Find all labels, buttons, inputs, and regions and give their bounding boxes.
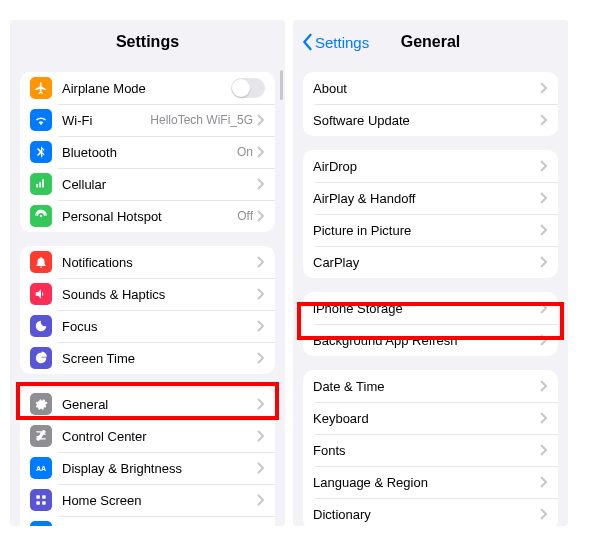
svg-rect-1 [36,495,40,499]
row-control-center[interactable]: Control Center [20,420,275,452]
row-label: Cellular [62,177,257,192]
row-fonts[interactable]: Fonts [303,434,558,466]
row-language[interactable]: Language & Region [303,466,558,498]
locale-group: Date & Time Keyboard Fonts Language & Re… [303,370,558,526]
control-center-icon [30,425,52,447]
row-label: Keyboard [313,411,540,426]
svg-text:AA: AA [36,465,46,472]
row-about[interactable]: About [303,72,558,104]
row-value: Off [237,209,253,223]
svg-rect-2 [42,495,46,499]
chevron-right-icon [257,430,265,442]
chevron-right-icon [257,146,265,158]
row-label: Control Center [62,429,257,444]
chevron-right-icon [540,160,548,172]
chevron-right-icon [257,398,265,410]
row-sounds[interactable]: Sounds & Haptics [20,278,275,310]
chevron-right-icon [540,412,548,424]
row-label: Fonts [313,443,540,458]
row-label: Language & Region [313,475,540,490]
header: Settings [10,20,285,64]
bluetooth-icon [30,141,52,163]
row-wifi[interactable]: Wi-Fi HelloTech WiFi_5G [20,104,275,136]
row-airplay[interactable]: AirPlay & Handoff [303,182,558,214]
gear-icon [30,393,52,415]
airplane-icon [30,77,52,99]
row-general[interactable]: General [20,388,275,420]
chevron-right-icon [540,380,548,392]
back-button[interactable]: Settings [301,33,369,51]
row-accessibility[interactable]: Accessibility [20,516,275,526]
system-group: General Control Center AA Display & Brig… [20,388,275,526]
row-label: AirPlay & Handoff [313,191,540,206]
notifications-group: Notifications Sounds & Haptics Focus Scr… [20,246,275,374]
chevron-right-icon [257,178,265,190]
about-group: About Software Update [303,72,558,136]
chevron-right-icon [540,256,548,268]
chevron-right-icon [257,114,265,126]
display-icon: AA [30,457,52,479]
page-title: Settings [116,33,179,51]
chevron-right-icon [540,476,548,488]
chevron-right-icon [540,192,548,204]
chevron-right-icon [257,256,265,268]
row-label: Accessibility [62,525,257,527]
chevron-right-icon [540,82,548,94]
focus-icon [30,315,52,337]
row-hotspot[interactable]: Personal Hotspot Off [20,200,275,232]
row-value: HelloTech WiFi_5G [150,113,253,127]
row-carplay[interactable]: CarPlay [303,246,558,278]
settings-screen: Settings Airplane Mode Wi-Fi HelloTech W… [10,20,285,526]
row-label: Wi-Fi [62,113,150,128]
row-label: Focus [62,319,257,334]
row-datetime[interactable]: Date & Time [303,370,558,402]
general-screen: Settings General About Software Update A… [293,20,568,526]
airplane-toggle[interactable] [231,78,265,98]
row-label: Notifications [62,255,257,270]
row-airplane[interactable]: Airplane Mode [20,72,275,104]
accessibility-icon [30,521,52,526]
row-cellular[interactable]: Cellular [20,168,275,200]
row-focus[interactable]: Focus [20,310,275,342]
row-screentime[interactable]: Screen Time [20,342,275,374]
row-label: Bluetooth [62,145,237,160]
row-label: Screen Time [62,351,257,366]
chevron-right-icon [540,224,548,236]
header: Settings General [293,20,568,64]
cellular-icon [30,173,52,195]
row-refresh[interactable]: Background App Refresh [303,324,558,356]
row-storage[interactable]: iPhone Storage [303,292,558,324]
row-bluetooth[interactable]: Bluetooth On [20,136,275,168]
chevron-right-icon [257,352,265,364]
airdrop-group: AirDrop AirPlay & Handoff Picture in Pic… [303,150,558,278]
chevron-right-icon [257,210,265,222]
row-home[interactable]: Home Screen [20,484,275,516]
row-software[interactable]: Software Update [303,104,558,136]
row-label: AirDrop [313,159,540,174]
row-keyboard[interactable]: Keyboard [303,402,558,434]
row-dictionary[interactable]: Dictionary [303,498,558,526]
row-airdrop[interactable]: AirDrop [303,150,558,182]
wifi-icon [30,109,52,131]
svg-rect-3 [36,501,40,505]
row-pip[interactable]: Picture in Picture [303,214,558,246]
row-label: Home Screen [62,493,257,508]
chevron-right-icon [540,444,548,456]
row-display[interactable]: AA Display & Brightness [20,452,275,484]
sounds-icon [30,283,52,305]
chevron-right-icon [257,320,265,332]
scrollbar[interactable] [280,70,283,100]
chevron-right-icon [540,508,548,520]
row-label: Date & Time [313,379,540,394]
chevron-left-icon [301,33,313,51]
page-title: General [401,33,461,51]
row-label: Display & Brightness [62,461,257,476]
chevron-right-icon [257,494,265,506]
chevron-right-icon [540,302,548,314]
row-label: Personal Hotspot [62,209,237,224]
row-notifications[interactable]: Notifications [20,246,275,278]
storage-group: iPhone Storage Background App Refresh [303,292,558,356]
row-label: Airplane Mode [62,81,231,96]
connectivity-group: Airplane Mode Wi-Fi HelloTech WiFi_5G Bl… [20,72,275,232]
svg-rect-4 [42,501,46,505]
